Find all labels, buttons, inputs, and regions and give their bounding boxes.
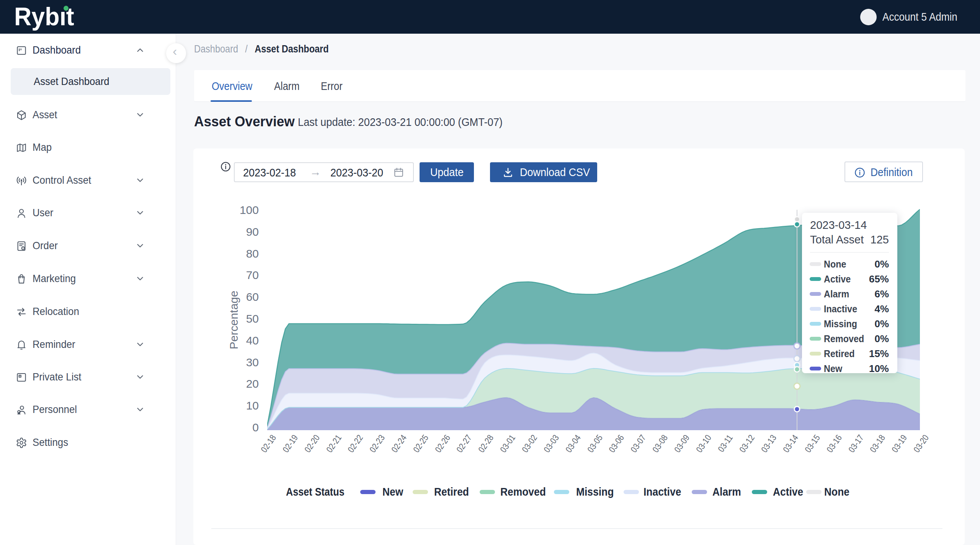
svg-text:60: 60 — [246, 290, 259, 303]
svg-text:70: 70 — [246, 269, 259, 281]
svg-text:02-21: 02-21 — [325, 433, 344, 454]
svg-text:03-04: 03-04 — [564, 433, 583, 454]
svg-text:02-18: 02-18 — [259, 433, 278, 454]
svg-text:03-10: 03-10 — [694, 433, 714, 454]
svg-text:02-22: 02-22 — [346, 433, 365, 454]
svg-text:03-06: 03-06 — [607, 433, 626, 454]
svg-text:02-20: 02-20 — [303, 433, 322, 454]
svg-text:03-18: 03-18 — [868, 433, 887, 454]
svg-text:02-24: 02-24 — [390, 433, 409, 454]
svg-text:0: 0 — [252, 421, 259, 434]
svg-text:Percentage: Percentage — [227, 290, 240, 349]
svg-text:30: 30 — [246, 356, 259, 369]
svg-text:03-11: 03-11 — [716, 433, 735, 454]
svg-text:03-15: 03-15 — [803, 433, 822, 454]
svg-text:03-02: 03-02 — [520, 433, 539, 454]
svg-text:03-05: 03-05 — [586, 433, 605, 454]
svg-text:03-19: 03-19 — [890, 433, 909, 454]
svg-text:03-20: 03-20 — [912, 433, 931, 454]
svg-text:20: 20 — [246, 377, 259, 390]
svg-text:90: 90 — [246, 225, 259, 238]
svg-text:03-07: 03-07 — [629, 433, 648, 454]
svg-text:03-03: 03-03 — [542, 433, 561, 454]
svg-text:02-25: 02-25 — [412, 433, 431, 454]
svg-text:02-27: 02-27 — [455, 433, 474, 454]
svg-text:03-09: 03-09 — [673, 433, 692, 454]
svg-text:03-08: 03-08 — [651, 433, 670, 454]
svg-text:100: 100 — [240, 204, 259, 216]
svg-text:03-14: 03-14 — [781, 433, 800, 454]
svg-text:03-13: 03-13 — [760, 433, 779, 454]
svg-text:02-28: 02-28 — [477, 433, 496, 454]
svg-text:40: 40 — [246, 334, 259, 347]
svg-text:80: 80 — [246, 247, 259, 260]
svg-text:50: 50 — [246, 312, 259, 325]
svg-text:03-17: 03-17 — [847, 433, 866, 454]
svg-text:02-19: 02-19 — [281, 433, 300, 454]
svg-text:02-23: 02-23 — [368, 433, 387, 454]
svg-text:10: 10 — [246, 399, 259, 412]
svg-text:03-01: 03-01 — [498, 433, 518, 454]
svg-text:03-16: 03-16 — [825, 433, 844, 454]
svg-text:03-12: 03-12 — [738, 433, 757, 454]
svg-text:02-26: 02-26 — [433, 433, 452, 454]
